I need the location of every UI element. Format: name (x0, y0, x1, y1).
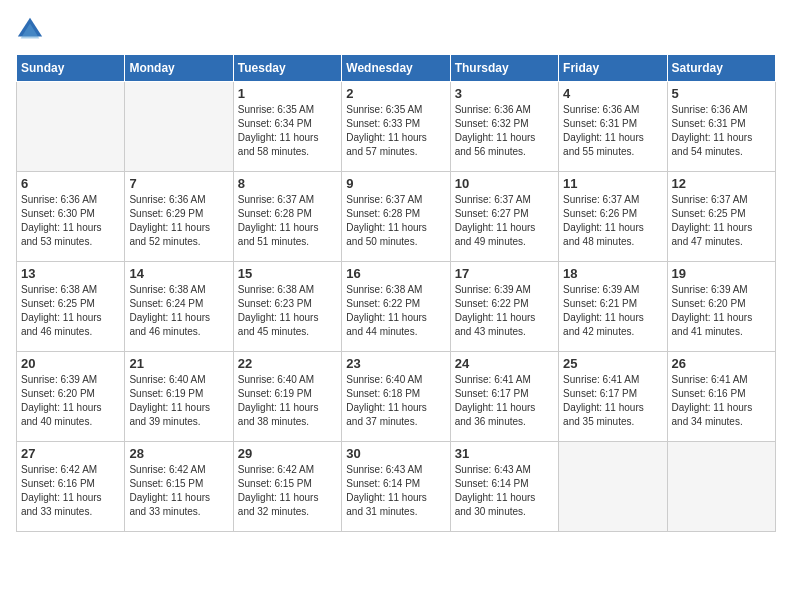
day-info: Sunrise: 6:40 AMSunset: 6:19 PMDaylight:… (129, 373, 228, 429)
day-number: 15 (238, 266, 337, 281)
week-row-2: 6Sunrise: 6:36 AMSunset: 6:30 PMDaylight… (17, 172, 776, 262)
calendar-cell: 31Sunrise: 6:43 AMSunset: 6:14 PMDayligh… (450, 442, 558, 532)
day-number: 10 (455, 176, 554, 191)
day-number: 24 (455, 356, 554, 371)
day-number: 30 (346, 446, 445, 461)
calendar-cell (17, 82, 125, 172)
calendar-cell: 13Sunrise: 6:38 AMSunset: 6:25 PMDayligh… (17, 262, 125, 352)
page-header (16, 16, 776, 44)
week-row-5: 27Sunrise: 6:42 AMSunset: 6:16 PMDayligh… (17, 442, 776, 532)
day-info: Sunrise: 6:37 AMSunset: 6:26 PMDaylight:… (563, 193, 662, 249)
calendar-cell: 14Sunrise: 6:38 AMSunset: 6:24 PMDayligh… (125, 262, 233, 352)
column-header-tuesday: Tuesday (233, 55, 341, 82)
day-number: 18 (563, 266, 662, 281)
day-number: 22 (238, 356, 337, 371)
week-row-3: 13Sunrise: 6:38 AMSunset: 6:25 PMDayligh… (17, 262, 776, 352)
calendar-cell: 23Sunrise: 6:40 AMSunset: 6:18 PMDayligh… (342, 352, 450, 442)
calendar-cell (125, 82, 233, 172)
day-info: Sunrise: 6:39 AMSunset: 6:22 PMDaylight:… (455, 283, 554, 339)
day-number: 29 (238, 446, 337, 461)
day-info: Sunrise: 6:36 AMSunset: 6:31 PMDaylight:… (672, 103, 771, 159)
calendar-cell: 7Sunrise: 6:36 AMSunset: 6:29 PMDaylight… (125, 172, 233, 262)
logo-icon (16, 16, 44, 44)
day-number: 9 (346, 176, 445, 191)
calendar-cell: 2Sunrise: 6:35 AMSunset: 6:33 PMDaylight… (342, 82, 450, 172)
day-number: 27 (21, 446, 120, 461)
column-header-monday: Monday (125, 55, 233, 82)
day-info: Sunrise: 6:36 AMSunset: 6:32 PMDaylight:… (455, 103, 554, 159)
day-number: 19 (672, 266, 771, 281)
calendar-cell: 28Sunrise: 6:42 AMSunset: 6:15 PMDayligh… (125, 442, 233, 532)
calendar-cell: 27Sunrise: 6:42 AMSunset: 6:16 PMDayligh… (17, 442, 125, 532)
day-number: 3 (455, 86, 554, 101)
calendar-cell: 18Sunrise: 6:39 AMSunset: 6:21 PMDayligh… (559, 262, 667, 352)
day-info: Sunrise: 6:39 AMSunset: 6:20 PMDaylight:… (672, 283, 771, 339)
day-info: Sunrise: 6:40 AMSunset: 6:18 PMDaylight:… (346, 373, 445, 429)
day-info: Sunrise: 6:43 AMSunset: 6:14 PMDaylight:… (346, 463, 445, 519)
column-header-saturday: Saturday (667, 55, 775, 82)
calendar-cell: 9Sunrise: 6:37 AMSunset: 6:28 PMDaylight… (342, 172, 450, 262)
calendar-cell: 20Sunrise: 6:39 AMSunset: 6:20 PMDayligh… (17, 352, 125, 442)
calendar-cell: 29Sunrise: 6:42 AMSunset: 6:15 PMDayligh… (233, 442, 341, 532)
day-number: 28 (129, 446, 228, 461)
day-number: 2 (346, 86, 445, 101)
day-number: 7 (129, 176, 228, 191)
calendar-cell: 15Sunrise: 6:38 AMSunset: 6:23 PMDayligh… (233, 262, 341, 352)
calendar-table: SundayMondayTuesdayWednesdayThursdayFrid… (16, 54, 776, 532)
day-number: 31 (455, 446, 554, 461)
day-number: 20 (21, 356, 120, 371)
day-info: Sunrise: 6:35 AMSunset: 6:33 PMDaylight:… (346, 103, 445, 159)
day-info: Sunrise: 6:41 AMSunset: 6:16 PMDaylight:… (672, 373, 771, 429)
column-header-sunday: Sunday (17, 55, 125, 82)
calendar-cell: 19Sunrise: 6:39 AMSunset: 6:20 PMDayligh… (667, 262, 775, 352)
day-number: 1 (238, 86, 337, 101)
day-info: Sunrise: 6:38 AMSunset: 6:22 PMDaylight:… (346, 283, 445, 339)
day-number: 8 (238, 176, 337, 191)
day-number: 21 (129, 356, 228, 371)
day-info: Sunrise: 6:37 AMSunset: 6:25 PMDaylight:… (672, 193, 771, 249)
day-number: 12 (672, 176, 771, 191)
day-info: Sunrise: 6:42 AMSunset: 6:15 PMDaylight:… (129, 463, 228, 519)
day-number: 26 (672, 356, 771, 371)
calendar-cell: 21Sunrise: 6:40 AMSunset: 6:19 PMDayligh… (125, 352, 233, 442)
calendar-cell: 12Sunrise: 6:37 AMSunset: 6:25 PMDayligh… (667, 172, 775, 262)
day-info: Sunrise: 6:37 AMSunset: 6:27 PMDaylight:… (455, 193, 554, 249)
day-info: Sunrise: 6:39 AMSunset: 6:21 PMDaylight:… (563, 283, 662, 339)
calendar-cell: 3Sunrise: 6:36 AMSunset: 6:32 PMDaylight… (450, 82, 558, 172)
day-info: Sunrise: 6:36 AMSunset: 6:31 PMDaylight:… (563, 103, 662, 159)
day-number: 23 (346, 356, 445, 371)
day-info: Sunrise: 6:37 AMSunset: 6:28 PMDaylight:… (238, 193, 337, 249)
calendar-cell: 4Sunrise: 6:36 AMSunset: 6:31 PMDaylight… (559, 82, 667, 172)
day-info: Sunrise: 6:38 AMSunset: 6:23 PMDaylight:… (238, 283, 337, 339)
calendar-cell: 24Sunrise: 6:41 AMSunset: 6:17 PMDayligh… (450, 352, 558, 442)
day-info: Sunrise: 6:37 AMSunset: 6:28 PMDaylight:… (346, 193, 445, 249)
calendar-cell: 10Sunrise: 6:37 AMSunset: 6:27 PMDayligh… (450, 172, 558, 262)
day-info: Sunrise: 6:41 AMSunset: 6:17 PMDaylight:… (455, 373, 554, 429)
calendar-cell: 17Sunrise: 6:39 AMSunset: 6:22 PMDayligh… (450, 262, 558, 352)
header-row: SundayMondayTuesdayWednesdayThursdayFrid… (17, 55, 776, 82)
day-info: Sunrise: 6:41 AMSunset: 6:17 PMDaylight:… (563, 373, 662, 429)
day-info: Sunrise: 6:38 AMSunset: 6:25 PMDaylight:… (21, 283, 120, 339)
column-header-wednesday: Wednesday (342, 55, 450, 82)
calendar-cell: 1Sunrise: 6:35 AMSunset: 6:34 PMDaylight… (233, 82, 341, 172)
day-info: Sunrise: 6:36 AMSunset: 6:29 PMDaylight:… (129, 193, 228, 249)
day-info: Sunrise: 6:43 AMSunset: 6:14 PMDaylight:… (455, 463, 554, 519)
day-info: Sunrise: 6:36 AMSunset: 6:30 PMDaylight:… (21, 193, 120, 249)
week-row-1: 1Sunrise: 6:35 AMSunset: 6:34 PMDaylight… (17, 82, 776, 172)
logo (16, 16, 48, 44)
day-info: Sunrise: 6:39 AMSunset: 6:20 PMDaylight:… (21, 373, 120, 429)
calendar-cell: 16Sunrise: 6:38 AMSunset: 6:22 PMDayligh… (342, 262, 450, 352)
day-number: 4 (563, 86, 662, 101)
day-number: 14 (129, 266, 228, 281)
calendar-cell: 8Sunrise: 6:37 AMSunset: 6:28 PMDaylight… (233, 172, 341, 262)
day-info: Sunrise: 6:40 AMSunset: 6:19 PMDaylight:… (238, 373, 337, 429)
calendar-cell: 30Sunrise: 6:43 AMSunset: 6:14 PMDayligh… (342, 442, 450, 532)
calendar-cell (667, 442, 775, 532)
calendar-cell: 22Sunrise: 6:40 AMSunset: 6:19 PMDayligh… (233, 352, 341, 442)
day-number: 16 (346, 266, 445, 281)
day-number: 11 (563, 176, 662, 191)
calendar-cell: 25Sunrise: 6:41 AMSunset: 6:17 PMDayligh… (559, 352, 667, 442)
column-header-friday: Friday (559, 55, 667, 82)
column-header-thursday: Thursday (450, 55, 558, 82)
calendar-cell: 26Sunrise: 6:41 AMSunset: 6:16 PMDayligh… (667, 352, 775, 442)
